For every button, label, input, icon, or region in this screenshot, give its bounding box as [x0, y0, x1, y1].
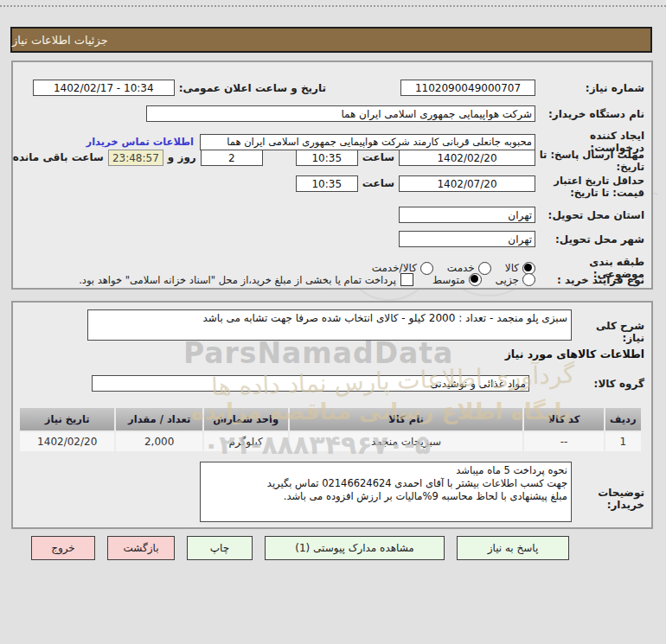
buyer-org-label: نام دستگاه خریدار: — [535, 108, 644, 120]
exit-button[interactable]: خروج — [31, 536, 95, 560]
response-deadline-label: مهلت ارسال پاسخ: تا تاریخ: — [535, 147, 644, 173]
radio-medium-label: متوسط — [432, 274, 465, 286]
need-number-label: شماره نیاز: — [535, 82, 644, 94]
price-validity-label: حداقل تاریخ اعتبار قیمت: تا تاریخ: — [535, 173, 644, 199]
city-label: شهر محل تحویل: — [535, 233, 644, 245]
col-header-unit: واحد شمارش — [204, 408, 288, 430]
radio-partial[interactable] — [522, 273, 535, 286]
price-validity-date-field[interactable] — [399, 175, 535, 192]
buyer-notes-line: مبلغ پیشنهادی با لحاظ محاسبه 9%مالیات بر… — [204, 490, 567, 503]
goods-table-header-row: ردیف کد کالا نام کالا واحد شمارش تعداد /… — [20, 408, 641, 430]
goods-group-label: گروه کالا: — [584, 378, 644, 390]
radio-goods-service-label: کالا/خدمت — [372, 262, 417, 274]
validity-hour-label: ساعت — [362, 177, 394, 189]
title-bar: جزئیات اطلاعات نیاز — [10, 27, 652, 53]
need-number-field[interactable] — [400, 80, 535, 96]
page-title: جزئیات اطلاعات نیاز — [12, 34, 108, 47]
buyer-contact-link[interactable]: اطلاعات تماس خریدار — [86, 136, 194, 148]
need-info-box: شماره نیاز: تاریخ و ساعت اعلان عمومی: نا… — [11, 61, 653, 290]
view-attached-docs-button[interactable]: مشاهده مدارک پیوستی (1) — [265, 536, 445, 560]
col-header-goods-name: نام کالا — [290, 408, 523, 430]
radio-service-label: خدمت — [447, 262, 475, 274]
announce-datetime-label: تاریخ و ساعت اعلان عمومی: — [179, 82, 326, 94]
province-field[interactable] — [399, 207, 535, 223]
col-header-row-number: ردیف — [605, 408, 641, 430]
page: { "title_bar": { "title": "جزئیات اطلاعا… — [0, 0, 666, 644]
goods-section-header: اطلاعات کالاهای مورد نیاز — [505, 348, 644, 360]
province-label: استان محل تحویل: — [535, 209, 644, 221]
cell-unit: کیلوگرم — [204, 432, 288, 451]
goods-table: ردیف کد کالا نام کالا واحد شمارش تعداد /… — [18, 406, 643, 453]
radio-goods-label: کالا — [505, 262, 519, 274]
buyer-notes-box[interactable]: نحوه پرداخت 5 ماه میباشد جهت کسب اطلاعات… — [200, 462, 572, 522]
buyer-org-field[interactable] — [146, 105, 535, 122]
process-type-label: نوع فرآیند خرید : — [535, 274, 644, 286]
print-button[interactable]: چاپ — [187, 536, 253, 560]
days-and-label: روز و — [168, 151, 196, 163]
hours-remaining-label: ساعت باقی مانده — [13, 151, 104, 163]
buyer-notes-line: جهت کسب اطلاعات بیشتر با آقای احمدی 0214… — [204, 477, 567, 490]
deadline-hour-label: ساعت — [362, 151, 394, 163]
treasury-docs-label: پرداخت تمام یا بخشی از مبلغ خرید،از محل … — [79, 274, 396, 286]
respond-to-need-button[interactable]: پاسخ به نیاز — [457, 536, 569, 560]
cell-need-date: 1402/02/20 — [20, 432, 114, 451]
remaining-days-field[interactable] — [201, 150, 263, 166]
response-deadline-time-field[interactable] — [296, 150, 358, 166]
top-dotted-divider — [0, 5, 666, 7]
response-deadline-date-field[interactable] — [399, 150, 535, 166]
col-header-need-date: تاریخ نیاز — [20, 408, 114, 430]
radio-medium[interactable] — [469, 273, 482, 286]
col-header-goods-code: کد کالا — [524, 408, 603, 430]
cell-goods-name: سبزیجات منجمد — [290, 432, 523, 451]
need-desc-label: شرح کلی نیاز: — [572, 316, 644, 344]
cell-quantity: 2,000 — [116, 432, 202, 451]
price-validity-time-field[interactable] — [296, 175, 358, 192]
goods-group-field[interactable] — [92, 375, 529, 392]
countdown-timer: 23:48:57 — [108, 150, 163, 166]
cell-row-number: 1 — [605, 432, 641, 451]
back-button[interactable]: بازگشت — [107, 536, 175, 560]
announce-datetime-field[interactable] — [33, 80, 175, 96]
need-desc-textarea[interactable]: سبزی پلو منجمد - تعداد : 2000 کیلو - کال… — [87, 309, 572, 341]
col-header-quantity: تعداد / مقدار — [116, 408, 202, 430]
goods-info-box: شرح کلی نیاز: سبزی پلو منجمد - تعداد : 2… — [11, 301, 653, 529]
city-field[interactable] — [399, 231, 535, 247]
buyer-notes-line: نحوه پرداخت 5 ماه میباشد — [204, 464, 567, 477]
action-button-row: پاسخ به نیاز مشاهده مدارک پیوستی (1) چاپ… — [0, 536, 666, 560]
cell-goods-code: -- — [524, 432, 603, 451]
goods-table-row: 1 -- سبزیجات منجمد کیلوگرم 2,000 1402/02… — [20, 432, 641, 451]
radio-partial-label: جزیی — [496, 274, 519, 286]
treasury-docs-checkbox[interactable] — [400, 273, 413, 286]
